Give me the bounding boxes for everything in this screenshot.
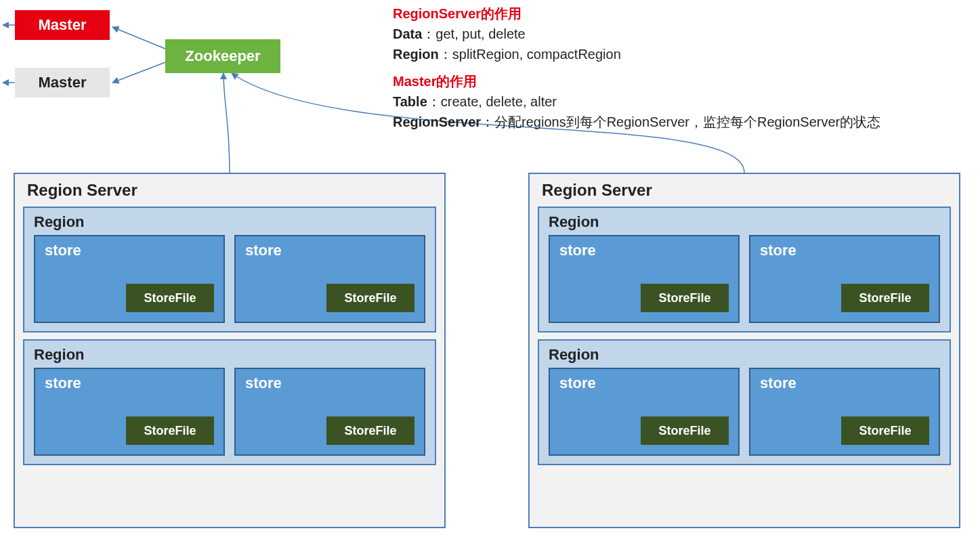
region-server-title: Region Server <box>530 174 959 207</box>
storefile-box: StoreFile <box>326 284 414 312</box>
store-box: store StoreFile <box>34 368 225 456</box>
anno-rs-region-val: ：splitRegion, compactRegion <box>439 47 621 62</box>
region-server-title: Region Server <box>15 174 444 207</box>
store-box: store StoreFile <box>234 235 425 323</box>
store-box: store StoreFile <box>749 235 940 323</box>
stores-row: store StoreFile store StoreFile <box>539 235 950 323</box>
anno-rs-data-key: Data <box>393 26 422 41</box>
region-title: Region <box>539 208 950 235</box>
store-title: store <box>750 369 939 392</box>
storefile-box: StoreFile <box>126 284 214 312</box>
store-title: store <box>550 369 738 392</box>
arrow-zk-to-master-active <box>112 27 165 49</box>
arrow-zk-to-master-standby <box>112 62 165 83</box>
storefile-box: StoreFile <box>641 416 729 445</box>
region-box: Region store StoreFile store StoreFile <box>23 339 436 465</box>
store-box: store StoreFile <box>549 235 740 323</box>
master-standby-node: Master <box>15 68 110 98</box>
store-box: store StoreFile <box>549 368 740 456</box>
region-box: Region store StoreFile store StoreFile <box>538 339 951 465</box>
storefile-box: StoreFile <box>126 416 214 445</box>
annotations-block: RegionServer的作用 Data：get, put, delete Re… <box>393 3 880 132</box>
zookeeper-node: Zookeeper <box>165 39 280 73</box>
anno-rs-region-key: Region <box>393 47 439 62</box>
anno-master-table-val: ：create, delete, alter <box>427 94 557 109</box>
region-server-2: Region Server Region store StoreFile sto… <box>528 173 960 528</box>
region-box: Region store StoreFile store StoreFile <box>538 207 951 332</box>
store-title: store <box>35 369 223 392</box>
storefile-box: StoreFile <box>841 284 929 312</box>
store-title: store <box>750 236 939 259</box>
anno-rs-data-val: ：get, put, delete <box>422 26 525 41</box>
store-title: store <box>550 236 738 259</box>
anno-rs-line-data: Data：get, put, delete <box>393 24 880 44</box>
master-active-node: Master <box>15 10 110 40</box>
storefile-box: StoreFile <box>841 416 929 445</box>
anno-master-title: Master的作用 <box>393 71 880 91</box>
stores-row: store StoreFile store StoreFile <box>24 368 435 456</box>
anno-master-line-rs: RegionServer：分配regions到每个RegionServer，监控… <box>393 112 880 132</box>
anno-master-table-key: Table <box>393 94 427 109</box>
store-title: store <box>35 236 223 259</box>
storefile-box: StoreFile <box>641 284 729 312</box>
anno-rs-line-region: Region：splitRegion, compactRegion <box>393 44 880 64</box>
anno-rs-title: RegionServer的作用 <box>393 3 880 24</box>
region-title: Region <box>24 208 435 235</box>
store-title: store <box>236 236 424 259</box>
region-title: Region <box>539 341 950 368</box>
stores-row: store StoreFile store StoreFile <box>24 235 435 323</box>
store-box: store StoreFile <box>234 368 425 456</box>
stores-row: store StoreFile store StoreFile <box>539 368 950 456</box>
region-box: Region store StoreFile store StoreFile <box>23 207 436 332</box>
arrow-rs1-to-zk <box>223 73 230 173</box>
region-server-1: Region Server Region store StoreFile sto… <box>14 173 446 528</box>
anno-master-rs-val: ：分配regions到每个RegionServer，监控每个RegionServ… <box>481 114 880 129</box>
storefile-box: StoreFile <box>326 416 414 445</box>
region-title: Region <box>24 341 435 368</box>
store-title: store <box>236 369 424 392</box>
store-box: store StoreFile <box>749 368 940 456</box>
anno-master-rs-key: RegionServer <box>393 114 481 129</box>
anno-master-line-table: Table：create, delete, alter <box>393 91 880 112</box>
store-box: store StoreFile <box>34 235 225 323</box>
